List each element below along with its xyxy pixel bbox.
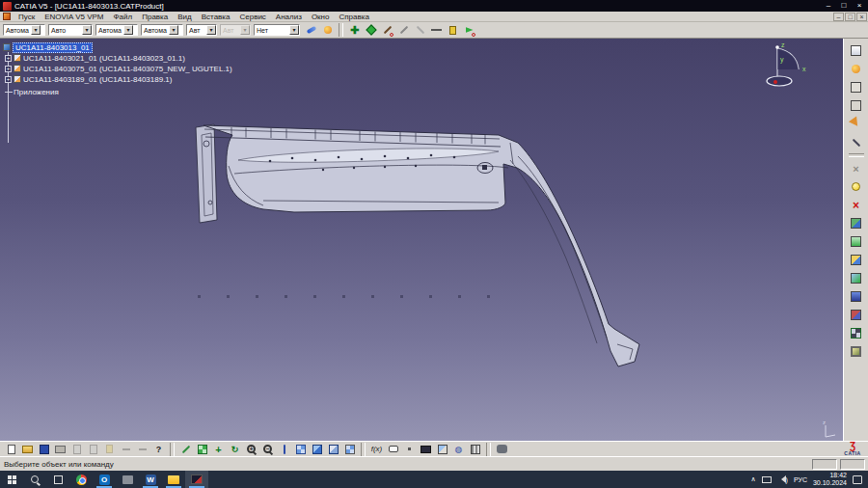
normal-view-icon[interactable] (278, 443, 290, 455)
menu-view[interactable]: Вид (173, 13, 196, 21)
measure-icon[interactable] (849, 135, 863, 149)
display-icon[interactable] (762, 476, 772, 483)
menu-help[interactable]: Справка (334, 13, 373, 21)
clipboard-arrow-icon[interactable] (447, 24, 459, 37)
word-icon[interactable]: W (139, 471, 162, 488)
fly-mode-icon[interactable] (179, 443, 192, 455)
save-icon[interactable] (38, 443, 50, 455)
tray-chevron-icon[interactable]: ∧ (750, 475, 755, 483)
mdi-restore-button[interactable]: □ (845, 13, 855, 21)
screen-capture-icon[interactable] (420, 443, 432, 455)
new-document-icon[interactable] (5, 443, 17, 455)
menu-window[interactable]: Окно (307, 13, 335, 21)
formula-icon[interactable]: f(x) (370, 443, 383, 455)
graph-tree-icon[interactable] (436, 443, 448, 455)
grid-icon[interactable] (849, 326, 863, 340)
paint-brush-icon[interactable] (305, 24, 317, 37)
mdi-close-button[interactable]: × (856, 13, 867, 21)
status-field-2[interactable] (840, 459, 865, 470)
filter-combo-3[interactable]: Автома▾ (95, 24, 138, 36)
chevron-down-icon[interactable]: ▾ (31, 25, 41, 35)
taskbar-clock[interactable]: 18:42 30.10.2024 (813, 472, 847, 487)
tree-root-node[interactable]: UC1A11-8403013_01 (13, 42, 93, 53)
update-icon[interactable] (849, 271, 863, 285)
rotate-icon[interactable]: ↻ (229, 443, 241, 455)
chevron-down-icon[interactable]: ▾ (123, 25, 133, 35)
tree-node-3[interactable]: UC1A11-8403189_01 (UC1A11-8403189.1) (23, 75, 172, 84)
delete-icon[interactable]: × (849, 198, 863, 212)
scene-icon[interactable] (849, 289, 863, 304)
render-frame-icon[interactable] (849, 344, 863, 359)
zoom-out-icon[interactable]: − (261, 443, 274, 455)
multi-view-icon[interactable] (294, 443, 307, 455)
expand-icon[interactable]: + (5, 76, 12, 83)
menu-insert[interactable]: Вставка (197, 13, 235, 21)
hide-show-icon[interactable] (849, 179, 863, 194)
maximize-button[interactable]: □ (837, 1, 851, 11)
menu-enovia[interactable]: ENOVIA V5 VPM (40, 13, 108, 21)
expand-icon[interactable]: + (5, 55, 12, 62)
print-icon[interactable] (54, 443, 67, 455)
publication-icon[interactable] (849, 253, 863, 267)
filter-combo-7[interactable]: Нет▾ (254, 24, 300, 36)
comment-icon[interactable] (387, 443, 399, 455)
catalog-icon[interactable] (849, 216, 863, 230)
dmu-icon[interactable] (849, 308, 863, 322)
product-structure-icon[interactable] (849, 62, 863, 76)
chevron-down-icon[interactable]: ▾ (206, 25, 216, 35)
notification-center-icon[interactable] (853, 475, 862, 484)
flag-constraint-icon[interactable] (463, 24, 475, 37)
web-icon[interactable]: ◍ (452, 443, 465, 455)
zoom-in-icon[interactable]: + (245, 443, 258, 455)
minimize-button[interactable]: – (822, 1, 835, 11)
file-explorer-icon[interactable] (162, 471, 185, 488)
status-field-1[interactable] (812, 459, 837, 470)
chrome-icon[interactable] (69, 471, 93, 488)
3d-viewport[interactable]: UC1A11-8403013_01 + UC1A11-8403021_01 (U… (0, 39, 843, 441)
light-source-icon[interactable] (321, 24, 334, 37)
swap-visible-icon[interactable]: × (849, 161, 863, 176)
chevron-down-icon[interactable]: ▾ (289, 25, 299, 35)
language-indicator[interactable]: РУС (794, 476, 807, 483)
menu-tools[interactable]: Сервис (234, 13, 270, 21)
hide-show-space-icon[interactable] (343, 443, 356, 455)
drafting-icon[interactable] (849, 43, 863, 58)
filter-combo-1[interactable]: Автома▾ (3, 24, 45, 36)
tree-node-1[interactable]: UC1A11-8403021_01 (UC1A11-8403023_01.1) (23, 54, 185, 63)
constraints-flyout-icon[interactable] (849, 98, 863, 113)
filter-combo-5[interactable]: Авт▾ (186, 24, 217, 36)
layers-icon[interactable] (849, 234, 863, 249)
shading-icon[interactable] (327, 443, 339, 455)
menu-edit[interactable]: Правка (137, 13, 173, 21)
close-button[interactable]: × (853, 1, 866, 11)
dashed-line-icon[interactable] (430, 24, 443, 37)
fit-all-icon[interactable] (196, 443, 208, 455)
open-icon[interactable] (21, 443, 34, 455)
speaker-icon[interactable]: ) (777, 475, 788, 483)
link-icon[interactable] (403, 443, 416, 455)
filter-combo-4[interactable]: Автома▾ (141, 24, 183, 36)
chevron-down-icon[interactable]: ▾ (82, 25, 92, 35)
component-flyout-icon[interactable] (849, 80, 863, 95)
measure-compass-icon[interactable] (414, 24, 426, 37)
menu-file[interactable]: Файл (109, 13, 138, 21)
search-icon[interactable] (23, 471, 46, 488)
menu-start[interactable]: Пуск (14, 13, 40, 21)
pan-icon[interactable]: + (212, 443, 225, 455)
smart-pick-icon[interactable] (381, 24, 393, 37)
measure-pen-icon[interactable] (397, 24, 410, 37)
select-cursor-icon[interactable] (849, 117, 863, 131)
tree-node-2[interactable]: UC1A11-8403075_01 (UC1A11-8403075_NEW_ U… (23, 65, 232, 73)
task-view-icon[interactable] (46, 471, 69, 488)
catia-taskbar-icon[interactable] (185, 471, 208, 488)
menu-analyze[interactable]: Анализ (271, 13, 307, 21)
expand-icon[interactable]: + (5, 66, 12, 72)
3d-model[interactable] (178, 106, 661, 386)
iso-view-icon[interactable] (311, 443, 323, 455)
move-arrows-icon[interactable]: ✚ (348, 24, 361, 37)
chevron-down-icon[interactable]: ▾ (169, 25, 178, 35)
view-compass[interactable]: z y x (764, 41, 812, 91)
printer-app-icon[interactable] (116, 471, 139, 488)
options-sliders-icon[interactable] (469, 443, 481, 455)
mdi-minimize-button[interactable]: – (833, 13, 844, 21)
